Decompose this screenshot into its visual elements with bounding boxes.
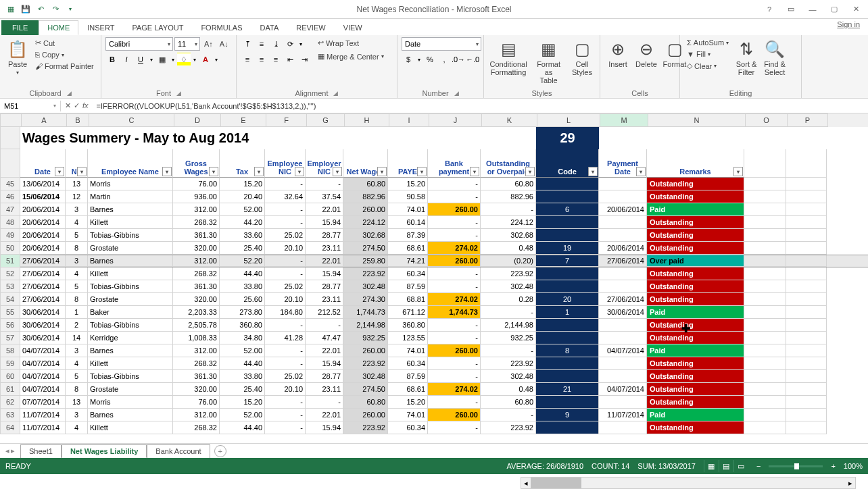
italic-button[interactable]: I <box>120 53 133 66</box>
cell-code[interactable]: 1 <box>536 306 599 319</box>
cell-no[interactable]: 8 <box>66 242 88 255</box>
cell-payment-date[interactable]: 30/06/2014 <box>599 306 647 319</box>
scrollbar-thumb[interactable] <box>531 478 581 488</box>
table-header-employee-nic[interactable]: Employee NIC▾ <box>265 149 306 178</box>
cell-code[interactable] <box>536 216 599 229</box>
conditional-formatting-button[interactable]: ▤Conditional Formatting <box>488 37 529 79</box>
cell-paye[interactable]: 60.34 <box>388 421 428 434</box>
cell-rnic[interactable]: 15.94 <box>306 216 343 229</box>
tab-home[interactable]: HOME <box>39 20 78 35</box>
cell-enic[interactable]: 20.10 <box>265 293 306 306</box>
cell-rnic[interactable]: - <box>306 319 343 332</box>
cell-payment-date[interactable]: 27/06/2014 <box>599 255 647 267</box>
col-header-A[interactable]: A <box>22 113 67 127</box>
cell-name[interactable]: Kerridge <box>88 332 173 344</box>
cell-no[interactable]: 13 <box>66 396 88 409</box>
cut-button[interactable]: ✂Cut <box>32 37 97 49</box>
cell-net[interactable]: 882.96 <box>343 190 388 203</box>
cell-bank[interactable]: - <box>428 370 481 383</box>
cell-paye[interactable]: 87.59 <box>388 280 428 293</box>
align-right-button[interactable]: ≡ <box>269 53 283 66</box>
tab-formulas[interactable]: FORMULAS <box>192 20 251 35</box>
cell-rnic[interactable]: 15.94 <box>306 267 343 280</box>
filter-button[interactable]: ▾ <box>77 167 87 176</box>
cell-net[interactable]: 932.25 <box>343 332 388 344</box>
cell-tax[interactable]: 15.20 <box>220 178 265 190</box>
cell-tax[interactable]: 44.20 <box>220 216 265 229</box>
table-header-date[interactable]: Date▾ <box>20 149 66 178</box>
cell-bank[interactable]: - <box>428 190 481 203</box>
cell-outstanding[interactable]: 60.80 <box>481 178 536 190</box>
cell-date[interactable]: 30/06/2014 <box>20 306 66 319</box>
cell-bank[interactable]: 260.00 <box>428 255 481 267</box>
cell-enic[interactable]: - <box>265 267 306 280</box>
cell-date[interactable]: 20/06/2014 <box>20 203 66 216</box>
cell-enic[interactable]: 25.02 <box>265 280 306 293</box>
row-header-63[interactable]: 63 <box>0 409 20 421</box>
number-dialog-icon[interactable]: ◢ <box>454 90 459 97</box>
maximize-icon[interactable]: ▢ <box>825 3 844 16</box>
row-header-45[interactable]: 45 <box>0 178 20 190</box>
format-as-table-button[interactable]: ▦Format as Table <box>530 37 567 87</box>
cell-tax[interactable]: 44.40 <box>220 357 265 370</box>
cell-no[interactable]: 5 <box>66 229 88 242</box>
row-header-57[interactable]: 57 <box>0 332 20 344</box>
row-header-54[interactable]: 54 <box>0 293 20 306</box>
cell-bank[interactable]: 274.02 <box>428 383 481 396</box>
align-middle-button[interactable]: ≡ <box>255 37 268 51</box>
cell-bank[interactable]: - <box>428 267 481 280</box>
cell-date[interactable]: 27/06/2014 <box>20 293 66 306</box>
table-header-payment-date[interactable]: Payment Date▾ <box>599 149 647 178</box>
comma-button[interactable]: , <box>437 53 451 66</box>
align-center-button[interactable]: ≡ <box>255 53 268 66</box>
col-header-O[interactable]: O <box>746 113 788 127</box>
font-name-dropdown[interactable]: Calibri <box>105 37 173 51</box>
grow-font-button[interactable]: A↑ <box>201 37 216 51</box>
row-header-64[interactable]: 64 <box>0 421 20 434</box>
cell-tax[interactable]: 33.80 <box>220 370 265 383</box>
underline-button[interactable]: U <box>134 53 147 66</box>
row-header-62[interactable]: 62 <box>0 396 20 409</box>
cell-enic[interactable]: - <box>265 357 306 370</box>
cell-payment-date[interactable] <box>599 396 647 409</box>
cell-payment-date[interactable]: 04/07/2014 <box>599 344 647 357</box>
sheet-tab-net-wages-liability[interactable]: Net Wages Liability <box>62 444 147 458</box>
table-header-paye[interactable]: PAYE▾ <box>388 149 428 178</box>
cell-no[interactable]: 3 <box>66 344 88 357</box>
filter-button[interactable]: ▾ <box>417 167 427 176</box>
cell-gross[interactable]: 268.32 <box>173 216 220 229</box>
cell-date[interactable]: 13/06/2014 <box>20 178 66 190</box>
cell-remark[interactable]: Outstanding <box>647 421 744 434</box>
cell-paye[interactable]: 360.80 <box>388 319 428 332</box>
table-header-outstanding-or-overpaid[interactable]: Outstanding or Overpaid▾ <box>481 149 536 178</box>
cell-remark[interactable]: Outstanding <box>647 216 744 229</box>
cell-enic[interactable]: - <box>265 421 306 434</box>
cell-payment-date[interactable] <box>599 357 647 370</box>
col-header-D[interactable]: D <box>174 113 221 127</box>
orientation-button[interactable]: ⟳ <box>283 37 297 51</box>
cell-remark[interactable]: Outstanding <box>647 280 744 293</box>
cell-date[interactable]: 27/06/2014 <box>20 280 66 293</box>
cell-gross[interactable]: 320.00 <box>173 293 220 306</box>
cell-net[interactable]: 302.68 <box>343 229 388 242</box>
cell-net[interactable]: 259.80 <box>343 255 388 267</box>
cell-tax[interactable]: 20.40 <box>220 190 265 203</box>
cell-remark[interactable]: Paid <box>647 203 744 216</box>
cell-no[interactable]: 4 <box>66 421 88 434</box>
cell-name[interactable]: Tobias-Gibbins <box>88 280 173 293</box>
cell-code[interactable]: 20 <box>536 293 599 306</box>
cell-enic[interactable]: - <box>265 396 306 409</box>
cell-outstanding[interactable]: 302.68 <box>481 229 536 242</box>
cell-no[interactable]: 1 <box>66 306 88 319</box>
cell-outstanding[interactable]: - <box>481 344 536 357</box>
cell-paye[interactable]: 87.39 <box>388 229 428 242</box>
cell-gross[interactable]: 312.00 <box>173 203 220 216</box>
border-button[interactable]: ▦ <box>155 53 169 66</box>
filter-button[interactable]: ▾ <box>636 167 646 176</box>
cell-bank[interactable]: - <box>428 216 481 229</box>
filter-button[interactable]: ▾ <box>254 167 264 176</box>
cell-gross[interactable]: 312.00 <box>173 409 220 421</box>
col-header-L[interactable]: L <box>537 113 600 127</box>
cell-date[interactable]: 04/07/2014 <box>20 370 66 383</box>
number-format-dropdown[interactable]: Date <box>402 37 481 51</box>
